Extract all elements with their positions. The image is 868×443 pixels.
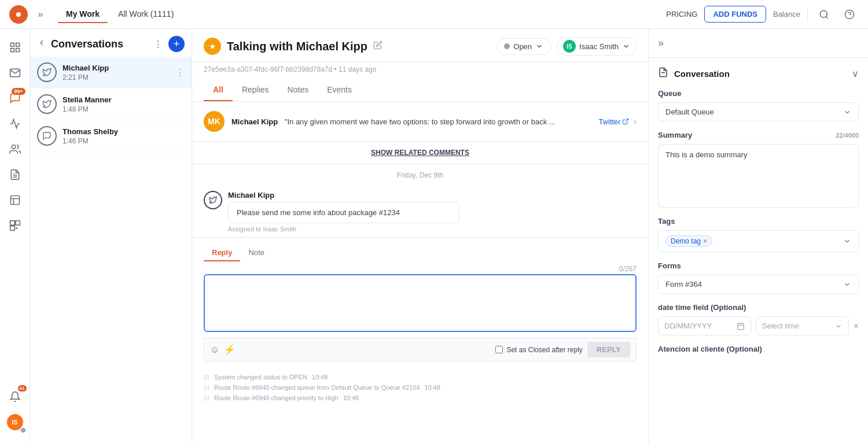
topbar: » My Work All Work (1111) PRICING ADD FU… [0,0,868,29]
message-sender-avatar [204,191,222,209]
sidebar-item-contacts[interactable] [3,138,27,161]
topbar-tabs: My Work All Work (1111) [58,6,182,23]
my-work-tab[interactable]: My Work [58,6,108,23]
tab-events[interactable]: Events [318,79,361,101]
sidebar-item-inbox[interactable] [3,61,27,84]
svg-rect-14 [10,226,14,231]
sidebar-item-reports[interactable] [3,112,27,135]
conversations-more-button[interactable]: ⋮ [150,36,166,52]
twitter-source-link[interactable]: Twitter [598,117,628,126]
system-event-time-0: 10:48 [312,374,328,381]
all-work-tab[interactable]: All Work (1111) [110,6,182,23]
assignee-avatar: IS [563,40,576,53]
datetime-clear-button[interactable]: × [854,321,859,331]
emoji-button[interactable]: ☺ [210,345,219,355]
tag-remove-button[interactable]: × [703,237,707,245]
right-sidebar-header: » [649,29,868,58]
reply-input[interactable] [204,274,637,332]
section-collapse-button[interactable]: ∨ [852,68,859,79]
system-event-icon: ⊟ [204,383,209,392]
main-layout: 99+ 61 IS Conve [0,29,868,443]
close-after-reply-input[interactable] [495,346,503,353]
tag-chip-label: Demo tag [671,237,701,245]
notifications-bell[interactable]: 61 [3,385,27,408]
tag-chip-demo: Demo tag × [665,235,712,247]
system-event-time-1: 10:48 [424,384,440,391]
pricing-link[interactable]: PRICING [666,10,697,19]
conversation-item-menu[interactable]: ⋮ [175,67,185,78]
send-reply-button[interactable]: REPLY [587,342,630,357]
status-label: Open [513,42,532,51]
assignee-button[interactable]: IS Isaac Smith [557,37,637,56]
svg-point-8 [12,145,16,149]
conversation-avatar [37,62,57,82]
atencion-label: Atencion al cliente (Optional) [658,345,859,353]
message-area: MK Michael Kipp "In any given moment we … [192,102,648,443]
summary-label: Summary 22/4000 [658,131,859,139]
date-input[interactable]: DD/MM/YYYY [658,316,751,335]
close-after-reply-checkbox[interactable]: Set as Closed after reply [495,346,582,354]
conversation-avatar [37,94,57,114]
conversation-item-thomas-shelby[interactable]: Thomas Shelby 1:46 PM [30,120,192,152]
show-related-comments-button[interactable]: SHOW RELATED COMMENTS [192,142,648,164]
tab-all[interactable]: All [204,79,233,101]
tags-select[interactable]: Demo tag × [658,230,859,252]
system-event-icon: ⊟ [204,373,209,381]
summary-counter: 22/4000 [836,132,859,139]
status-dot [504,43,510,49]
user-avatar[interactable]: IS [3,411,27,434]
time-select-button[interactable]: Select time [756,316,849,335]
datetime-row: DD/MM/YYYY Select time × [658,316,859,335]
system-events: ⊟ System changed status to OPEN 10:48 ⊟ … [192,368,648,407]
time-placeholder: Select time [762,322,799,330]
message-assigned-label: Assigned to Isaac Smith [228,226,637,232]
help-button[interactable] [840,5,859,24]
search-button[interactable] [815,5,833,24]
edit-conversation-button[interactable] [373,40,382,52]
twitter-expand-button[interactable]: › [634,116,637,127]
sidebar-item-forms[interactable] [3,163,27,186]
sidebar-item-conversations[interactable]: 99+ [3,87,27,110]
reply-tab-reply[interactable]: Reply [204,245,240,261]
summary-textarea[interactable] [658,144,859,208]
nav-toggle-button[interactable]: » [32,6,49,23]
new-conversation-button[interactable]: + [168,36,185,52]
date-separator: Friday, Dec 9th [192,164,648,186]
panel-collapse-button[interactable] [37,38,46,50]
sidebar-item-docs[interactable] [3,189,27,212]
right-sidebar-expand-button[interactable]: » [658,37,664,49]
topbar-divider [807,8,808,21]
tab-notes[interactable]: Notes [278,79,318,101]
forms-label: Forms [658,261,859,270]
conversation-time: 1:46 PM [62,137,185,145]
datetime-field: date time field (Optional) DD/MM/YYYY Se… [658,303,859,335]
reply-area: Reply Note 0/267 ☺ ⚡ Set as Closed after… [192,237,648,368]
forms-value: Form #364 [665,280,702,289]
conversations-title: Conversations [51,38,145,50]
system-event-time-2: 10:48 [343,394,359,401]
conversation-name: Thomas Shelby [62,127,185,136]
sidebar-item-dashboard[interactable] [3,36,27,59]
conversation-item-stella-manner[interactable]: Stella Manner 1:48 PM [30,88,192,120]
conversation-time: 1:48 PM [62,105,185,113]
add-funds-button[interactable]: ADD FUNDS [704,6,766,23]
system-event-text-1: Route Route #6940 changed queue from Def… [214,384,420,391]
system-event-2: ⊟ Route Route #6940 changed priority to … [204,394,637,402]
date-placeholder: DD/MM/YYYY [664,322,712,330]
conversation-item-michael-kipp[interactable]: Michael Kipp 2:21 PM ⋮ [30,57,192,88]
forms-select[interactable]: Form #364 [658,275,859,294]
lightning-button[interactable]: ⚡ [224,344,236,355]
tab-replies[interactable]: Replies [233,79,278,101]
svg-rect-7 [16,49,19,52]
twitter-message: MK Michael Kipp "In any given moment we … [192,102,648,142]
conversation-info: Thomas Shelby 1:46 PM [62,127,185,145]
reply-tab-note[interactable]: Note [240,245,272,261]
sidebar-item-integrations[interactable] [3,214,27,237]
conversation-tabs: All Replies Notes Events [192,79,648,102]
notifications-badge: 61 [18,385,27,392]
status-button[interactable]: Open [496,38,551,55]
icon-sidebar: 99+ 61 IS [0,29,30,443]
twitter-message-avatar: MK [204,111,225,132]
svg-rect-12 [10,221,14,226]
queue-select[interactable]: Default Queue [658,102,859,121]
